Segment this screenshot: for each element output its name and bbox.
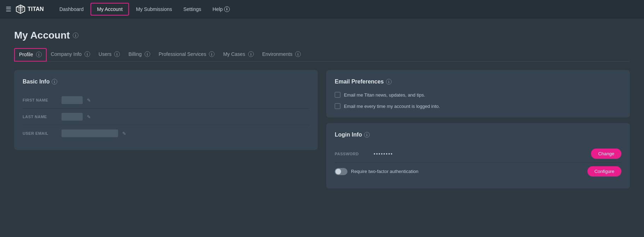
login-info-title: Login Info bbox=[335, 132, 362, 138]
user-email-field: USER EMAIL ✎ bbox=[23, 125, 309, 141]
basic-info-title-row: Basic Info ℹ bbox=[23, 79, 309, 85]
tab-my-cases-label: My Cases bbox=[223, 51, 245, 57]
tab-environments-info-icon: ℹ bbox=[295, 51, 301, 57]
login-info-icon[interactable]: ℹ bbox=[364, 132, 370, 138]
tab-my-cases-info-icon: ℹ bbox=[248, 51, 254, 57]
two-factor-toggle[interactable] bbox=[335, 168, 347, 175]
tab-professional-services[interactable]: Professional Services ℹ bbox=[154, 48, 219, 61]
tab-users[interactable]: Users ℹ bbox=[94, 48, 124, 61]
first-name-value bbox=[62, 96, 83, 104]
first-name-label: FIRST NAME bbox=[23, 98, 62, 102]
last-name-label: LAST NAME bbox=[23, 115, 62, 119]
email-login-row: Email me every time my account is logged… bbox=[335, 103, 621, 109]
tab-profile-info-icon: ℹ bbox=[36, 52, 42, 57]
user-email-value bbox=[62, 129, 118, 137]
page-content: My Account ℹ Profile ℹ Company Info ℹ Us… bbox=[0, 18, 644, 203]
tab-billing-label: Billing bbox=[128, 51, 141, 57]
last-name-edit-icon[interactable]: ✎ bbox=[87, 114, 91, 120]
tab-company-info[interactable]: Company Info ℹ bbox=[47, 48, 94, 61]
tab-company-info-icon: ℹ bbox=[84, 51, 90, 57]
password-value: •••••••• bbox=[374, 151, 591, 157]
help-label: Help bbox=[212, 6, 223, 12]
login-info-title-row: Login Info ℹ bbox=[335, 132, 621, 138]
page-title-info-icon[interactable]: ℹ bbox=[73, 33, 78, 38]
toggle-knob bbox=[335, 169, 341, 174]
tab-profile-label: Profile bbox=[19, 52, 33, 57]
email-news-checkbox[interactable] bbox=[335, 92, 340, 98]
nav-item-dashboard[interactable]: Dashboard bbox=[54, 0, 89, 18]
tab-environments[interactable]: Environments ℹ bbox=[258, 48, 305, 61]
top-navigation: ☰ TITAN Dashboard My Account My Submissi… bbox=[0, 0, 644, 18]
configure-button[interactable]: Configure bbox=[587, 166, 621, 177]
two-factor-label: Require two-factor authentication bbox=[351, 169, 584, 174]
main-columns: Basic Info ℹ FIRST NAME ✎ LAST NAME ✎ bbox=[14, 70, 630, 189]
email-pref-info-icon[interactable]: ℹ bbox=[386, 79, 392, 85]
tab-billing-info-icon: ℹ bbox=[145, 51, 150, 57]
tab-professional-services-label: Professional Services bbox=[159, 51, 206, 57]
last-name-value bbox=[62, 113, 83, 121]
email-pref-title-row: Email Preferences ℹ bbox=[335, 79, 621, 85]
nav-items: Dashboard My Account My Submissions Sett… bbox=[54, 0, 235, 18]
basic-info-card: Basic Info ℹ FIRST NAME ✎ LAST NAME ✎ bbox=[14, 70, 318, 150]
user-email-label: USER EMAIL bbox=[23, 131, 62, 135]
email-login-label: Email me every time my account is logged… bbox=[344, 104, 440, 109]
two-factor-row: Require two-factor authentication Config… bbox=[335, 163, 621, 180]
basic-info-title: Basic Info bbox=[23, 79, 49, 85]
tab-users-info-icon: ℹ bbox=[114, 51, 120, 57]
help-info-icon: ℹ bbox=[224, 6, 230, 12]
hamburger-menu[interactable]: ☰ bbox=[6, 5, 11, 13]
tab-billing[interactable]: Billing ℹ bbox=[124, 48, 154, 61]
nav-item-help[interactable]: Help ℹ bbox=[207, 0, 235, 18]
password-row: PASSWORD •••••••• Change bbox=[335, 145, 621, 163]
email-pref-title: Email Preferences bbox=[335, 79, 384, 85]
titan-logo-icon bbox=[16, 4, 25, 14]
page-title: My Account bbox=[14, 30, 70, 41]
nav-item-my-submissions[interactable]: My Submissions bbox=[130, 0, 178, 18]
logo-text: TITAN bbox=[28, 6, 44, 12]
tab-my-cases[interactable]: My Cases ℹ bbox=[219, 48, 258, 61]
tabs-bar: Profile ℹ Company Info ℹ Users ℹ Billing… bbox=[14, 48, 630, 62]
email-preferences-card: Email Preferences ℹ Email me Titan news,… bbox=[326, 70, 630, 117]
user-email-edit-icon[interactable]: ✎ bbox=[122, 131, 126, 136]
logo[interactable]: TITAN bbox=[16, 4, 44, 14]
basic-info-info-icon[interactable]: ℹ bbox=[52, 79, 57, 85]
email-login-checkbox[interactable] bbox=[335, 103, 340, 109]
email-news-row: Email me Titan news, updates, and tips. bbox=[335, 92, 621, 98]
nav-item-settings[interactable]: Settings bbox=[178, 0, 207, 18]
tab-users-label: Users bbox=[99, 51, 112, 57]
tab-company-info-label: Company Info bbox=[51, 51, 82, 57]
first-name-edit-icon[interactable]: ✎ bbox=[87, 98, 91, 103]
tab-profile[interactable]: Profile ℹ bbox=[14, 48, 47, 62]
nav-item-my-account[interactable]: My Account bbox=[90, 3, 129, 16]
left-column: Basic Info ℹ FIRST NAME ✎ LAST NAME ✎ bbox=[14, 70, 318, 189]
tab-professional-services-info-icon: ℹ bbox=[209, 51, 215, 57]
change-password-button[interactable]: Change bbox=[591, 149, 621, 159]
email-news-label: Email me Titan news, updates, and tips. bbox=[344, 92, 425, 98]
login-info-card: Login Info ℹ PASSWORD •••••••• Change Re… bbox=[326, 123, 630, 189]
right-column: Email Preferences ℹ Email me Titan news,… bbox=[326, 70, 630, 189]
password-label: PASSWORD bbox=[335, 152, 374, 156]
last-name-field: LAST NAME ✎ bbox=[23, 109, 309, 125]
tab-environments-label: Environments bbox=[262, 51, 293, 57]
page-title-row: My Account ℹ bbox=[14, 30, 630, 41]
first-name-field: FIRST NAME ✎ bbox=[23, 92, 309, 109]
